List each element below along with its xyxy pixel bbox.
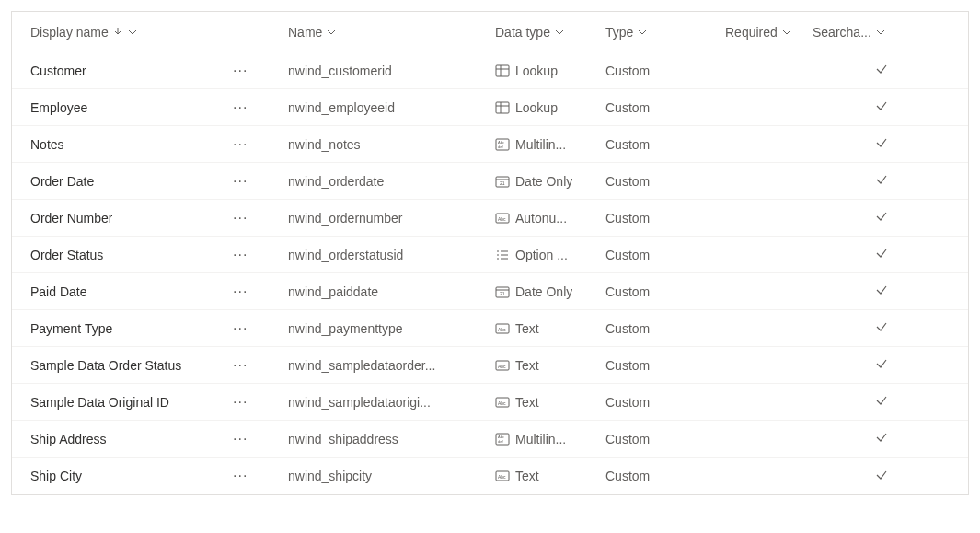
check-icon xyxy=(875,394,888,410)
table-row[interactable]: Payment Type ··· nwind_paymenttype Text … xyxy=(12,310,968,347)
row-actions-button[interactable]: ··· xyxy=(233,247,288,263)
cell-name: nwind_paymenttype xyxy=(288,321,495,336)
optionset-icon xyxy=(495,249,510,261)
check-icon xyxy=(875,247,888,262)
header-required-label: Required xyxy=(725,25,778,40)
cell-name: nwind_notes xyxy=(288,137,495,152)
name-text: nwind_orderdate xyxy=(288,174,488,189)
row-actions-button[interactable]: ··· xyxy=(233,99,288,116)
cell-display-name[interactable]: Sample Data Order Status xyxy=(30,358,233,373)
row-actions-button[interactable]: ··· xyxy=(233,357,288,374)
cell-display-name[interactable]: Employee xyxy=(30,100,233,115)
cell-name: nwind_shipaddress xyxy=(288,432,495,446)
cell-name: nwind_orderstatusid xyxy=(288,248,495,262)
name-text: nwind_sampledataorder... xyxy=(288,358,488,373)
type-text: Custom xyxy=(605,358,650,373)
text-icon xyxy=(495,396,510,409)
cell-data-type: Text xyxy=(495,395,605,410)
header-required[interactable]: Required xyxy=(725,25,813,40)
header-display-name[interactable]: Display name xyxy=(30,25,233,40)
cell-data-type: Date Only xyxy=(495,284,605,299)
display-name-text: Order Number xyxy=(30,211,112,226)
row-actions-button[interactable]: ··· xyxy=(233,320,288,337)
cell-display-name[interactable]: Paid Date xyxy=(30,284,233,299)
row-actions-button[interactable]: ··· xyxy=(233,173,288,190)
table-row[interactable]: Ship City ··· nwind_shipcity Text Custom xyxy=(12,458,968,494)
table-row[interactable]: Sample Data Order Status ··· nwind_sampl… xyxy=(12,347,968,384)
check-icon xyxy=(875,431,888,446)
table-row[interactable]: Order Date ··· nwind_orderdate Date Only… xyxy=(12,163,968,200)
cell-display-name[interactable]: Sample Data Original ID xyxy=(30,395,233,410)
cell-data-type: Multilin... xyxy=(495,137,605,152)
cell-type: Custom xyxy=(605,100,725,115)
autonumber-icon xyxy=(495,212,510,225)
table-row[interactable]: Order Status ··· nwind_orderstatusid Opt… xyxy=(12,237,968,273)
data-type-text: Text xyxy=(515,358,539,373)
row-actions-button[interactable]: ··· xyxy=(233,394,288,411)
chevron-down-icon xyxy=(781,27,792,38)
display-name-text: Order Status xyxy=(30,248,103,262)
row-actions-button[interactable]: ··· xyxy=(233,210,288,226)
more-icon: ··· xyxy=(233,210,248,226)
display-name-text: Ship City xyxy=(30,469,82,483)
name-text: nwind_paiddate xyxy=(288,284,488,299)
cell-display-name[interactable]: Ship Address xyxy=(30,432,233,446)
cell-type: Custom xyxy=(605,395,725,410)
table-row[interactable]: Paid Date ··· nwind_paiddate Date Only C… xyxy=(12,273,968,310)
cell-searchable xyxy=(813,394,950,410)
row-actions-button[interactable]: ··· xyxy=(233,468,288,484)
cell-name: nwind_orderdate xyxy=(288,174,495,189)
type-text: Custom xyxy=(605,432,650,446)
cell-display-name[interactable]: Order Number xyxy=(30,211,233,226)
cell-display-name[interactable]: Ship City xyxy=(30,469,233,483)
display-name-text: Customer xyxy=(30,64,86,78)
data-type-text: Date Only xyxy=(515,174,572,189)
type-text: Custom xyxy=(605,211,650,226)
data-type-text: Multilin... xyxy=(515,432,566,446)
cell-display-name[interactable]: Notes xyxy=(30,137,233,152)
cell-display-name[interactable]: Order Date xyxy=(30,174,233,189)
cell-type: Custom xyxy=(605,358,725,373)
table-row[interactable]: Ship Address ··· nwind_shipaddress Multi… xyxy=(12,421,968,458)
row-actions-button[interactable]: ··· xyxy=(233,431,288,447)
data-type-text: Autonu... xyxy=(515,211,567,226)
more-icon: ··· xyxy=(233,173,248,190)
check-icon xyxy=(875,469,888,484)
type-text: Custom xyxy=(605,469,650,483)
name-text: nwind_employeeid xyxy=(288,100,488,115)
check-icon xyxy=(875,284,888,299)
table-row[interactable]: Customer ··· nwind_customerid Lookup Cus… xyxy=(12,52,968,89)
multiline-icon xyxy=(495,433,510,446)
check-icon xyxy=(875,99,888,115)
text-icon xyxy=(495,469,510,482)
cell-display-name[interactable]: Order Status xyxy=(30,248,233,262)
cell-name: nwind_shipcity xyxy=(288,469,495,483)
sort-descending-icon xyxy=(112,25,123,40)
display-name-text: Payment Type xyxy=(30,321,112,336)
name-text: nwind_paymenttype xyxy=(288,321,488,336)
lookup-icon xyxy=(495,64,510,77)
header-data-type[interactable]: Data type xyxy=(495,25,605,40)
row-actions-button[interactable]: ··· xyxy=(233,136,288,153)
header-searchable[interactable]: Searcha... xyxy=(813,25,950,40)
cell-display-name[interactable]: Customer xyxy=(30,64,233,78)
row-actions-button[interactable]: ··· xyxy=(233,284,288,300)
table-row[interactable]: Notes ··· nwind_notes Multilin... Custom xyxy=(12,126,968,163)
header-searchable-label: Searcha... xyxy=(813,25,871,40)
data-type-text: Multilin... xyxy=(515,137,566,152)
cell-searchable xyxy=(813,431,950,446)
cell-searchable xyxy=(813,63,950,78)
name-text: nwind_shipaddress xyxy=(288,432,488,446)
name-text: nwind_customerid xyxy=(288,64,488,78)
table-row[interactable]: Order Number ··· nwind_ordernumber Auton… xyxy=(12,200,968,237)
data-type-text: Lookup xyxy=(515,100,558,115)
row-actions-button[interactable]: ··· xyxy=(233,63,288,79)
name-text: nwind_notes xyxy=(288,137,488,152)
cell-display-name[interactable]: Payment Type xyxy=(30,321,233,336)
table-row[interactable]: Employee ··· nwind_employeeid Lookup Cus… xyxy=(12,89,968,126)
cell-searchable xyxy=(813,173,950,189)
check-icon xyxy=(875,320,888,336)
table-row[interactable]: Sample Data Original ID ··· nwind_sample… xyxy=(12,384,968,421)
header-type[interactable]: Type xyxy=(605,25,725,40)
header-name[interactable]: Name xyxy=(288,25,495,40)
